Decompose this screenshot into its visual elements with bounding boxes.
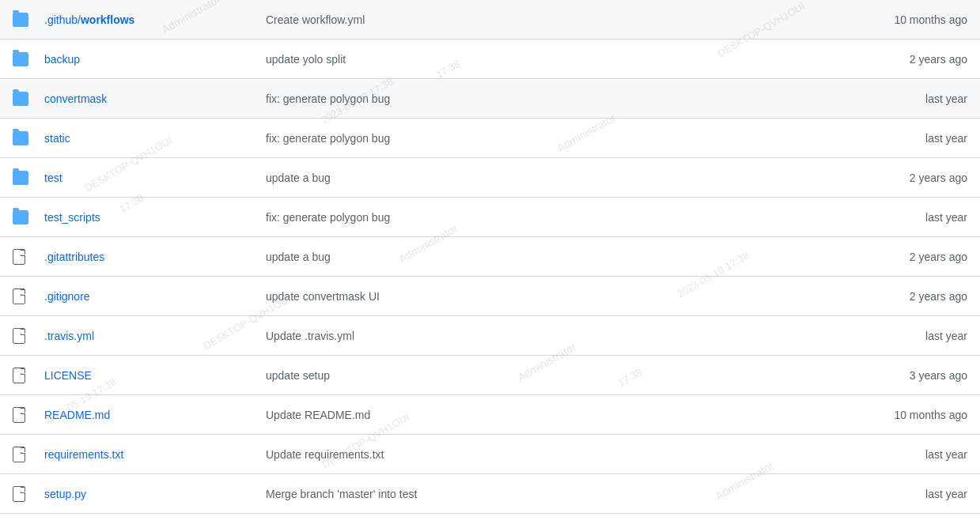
file-icon: [13, 368, 25, 383]
file-name-link[interactable]: README.md: [44, 409, 110, 421]
file-browser: .github/workflowsCreate workflow.yml10 m…: [0, 0, 980, 514]
file-name-link[interactable]: backup: [44, 53, 80, 66]
file-list: .github/workflowsCreate workflow.yml10 m…: [0, 0, 980, 514]
commit-time: last year: [841, 211, 967, 224]
commit-message: fix: generate polygon bug: [266, 132, 841, 145]
commit-time: 2 years ago: [841, 53, 967, 66]
folder-icon: [13, 210, 28, 224]
commit-time: 3 years ago: [841, 369, 967, 382]
commit-message: update convertmask UI: [266, 290, 841, 303]
commit-message: Update .travis.yml: [266, 330, 841, 342]
commit-time: last year: [841, 448, 967, 461]
table-row[interactable]: backupupdate yolo split2 years ago: [0, 40, 980, 79]
file-icon: [13, 328, 25, 344]
commit-time: 10 months ago: [841, 409, 967, 421]
table-row[interactable]: .gitattributesupdate a bug2 years ago: [0, 237, 980, 277]
file-icon: [13, 249, 25, 265]
table-row[interactable]: staticfix: generate polygon buglast year: [0, 119, 980, 158]
commit-message: fix: generate polygon bug: [266, 211, 841, 224]
commit-message: update setup: [266, 369, 841, 382]
table-row[interactable]: convertmaskfix: generate polygon buglast…: [0, 79, 980, 119]
file-icon: [13, 447, 25, 462]
folder-icon: [13, 13, 28, 27]
table-row[interactable]: LICENSEupdate setup3 years ago: [0, 356, 980, 395]
table-row[interactable]: requirements.txtUpdate requirements.txtl…: [0, 435, 980, 474]
commit-time: last year: [841, 132, 967, 145]
file-name-link[interactable]: .gitignore: [44, 290, 90, 303]
file-name-link[interactable]: static: [44, 132, 70, 145]
commit-message: Create workflow.yml: [266, 13, 841, 26]
file-name-link[interactable]: .github/workflows: [44, 13, 134, 26]
commit-message: update a bug: [266, 172, 841, 184]
file-name-link[interactable]: requirements.txt: [44, 448, 123, 461]
table-row[interactable]: setup.pyMerge branch 'master' into testl…: [0, 474, 980, 514]
commit-time: 10 months ago: [841, 13, 967, 26]
commit-message: update a bug: [266, 251, 841, 263]
commit-time: last year: [841, 92, 967, 105]
file-name-link[interactable]: test: [44, 172, 62, 184]
folder-icon: [13, 131, 28, 145]
file-name-link[interactable]: test_scripts: [44, 211, 100, 224]
commit-time: 2 years ago: [841, 172, 967, 184]
table-row[interactable]: README.mdUpdate README.md10 months ago: [0, 395, 980, 435]
table-row[interactable]: .github/workflowsCreate workflow.yml10 m…: [0, 0, 980, 40]
file-name-link[interactable]: .gitattributes: [44, 251, 104, 263]
folder-icon: [13, 171, 28, 185]
file-icon: [13, 289, 25, 304]
file-icon: [13, 486, 25, 502]
table-row[interactable]: .travis.ymlUpdate .travis.ymllast year: [0, 316, 980, 356]
commit-message: update yolo split: [266, 53, 841, 66]
commit-time: last year: [841, 488, 967, 500]
table-row[interactable]: test_scriptsfix: generate polygon buglas…: [0, 198, 980, 237]
commit-message: Merge branch 'master' into test: [266, 488, 841, 500]
file-name-link[interactable]: convertmask: [44, 92, 107, 105]
file-name-link[interactable]: setup.py: [44, 488, 86, 500]
folder-icon: [13, 92, 28, 106]
commit-message: fix: generate polygon bug: [266, 92, 841, 105]
commit-time: last year: [841, 330, 967, 342]
commit-time: 2 years ago: [841, 290, 967, 303]
commit-time: 2 years ago: [841, 251, 967, 263]
file-name-link[interactable]: LICENSE: [44, 369, 92, 382]
file-name-link[interactable]: .travis.yml: [44, 330, 94, 342]
folder-icon: [13, 52, 28, 66]
file-icon: [13, 407, 25, 423]
table-row[interactable]: testupdate a bug2 years ago: [0, 158, 980, 198]
table-row[interactable]: .gitignoreupdate convertmask UI2 years a…: [0, 277, 980, 316]
commit-message: Update requirements.txt: [266, 448, 841, 461]
commit-message: Update README.md: [266, 409, 841, 421]
